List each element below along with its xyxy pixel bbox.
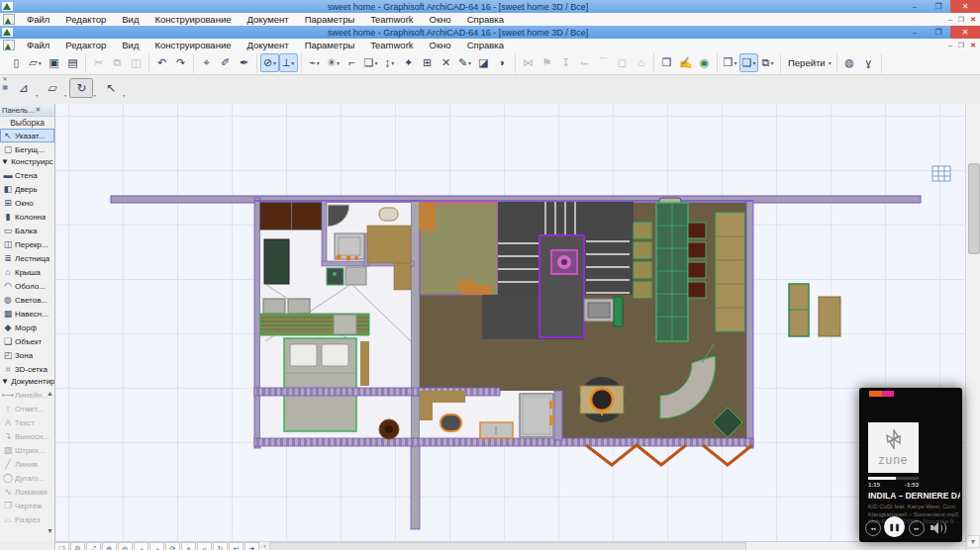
tool-wall[interactable]: ▬Стена	[0, 168, 54, 182]
restore-button[interactable]: ❐	[927, 0, 950, 13]
markup-pen-button[interactable]: ✍	[676, 53, 695, 72]
pause-button[interactable]: ❚❚	[884, 516, 905, 537]
target-camera-button[interactable]: ◉	[695, 53, 714, 72]
snap-points-button[interactable]: ✳▾	[324, 53, 343, 72]
menu-item-8[interactable]: Справка	[459, 40, 512, 50]
pan-view-icon[interactable]: ❏	[54, 542, 69, 550]
tool-zone[interactable]: ◰Зона	[0, 348, 54, 362]
go-to-button[interactable]: Перейти▾	[784, 53, 833, 72]
back-view-icon[interactable]: ↩	[229, 542, 244, 550]
find-select-button[interactable]: ⌖	[197, 53, 216, 72]
trim-elements-button[interactable]: ⋈	[519, 53, 538, 72]
copy-button[interactable]: ⧉	[108, 53, 127, 72]
stretch-button[interactable]: ✦	[399, 53, 418, 72]
menu-item-3[interactable]: Конструирование	[147, 40, 239, 50]
tool-column[interactable]: ▮Колонна	[0, 210, 54, 224]
menu-item-4[interactable]: Документ	[239, 14, 296, 25]
guide-lines-button[interactable]: ⌁▾	[305, 53, 324, 72]
toolbox-close-icon[interactable]: ✕	[35, 106, 52, 114]
navigator-button[interactable]: ❏▾	[739, 53, 758, 72]
publisher-button[interactable]: ◍	[840, 53, 859, 72]
tool-skylight[interactable]: ◍Светов...	[0, 293, 54, 307]
vertical-scrollbar-thumb[interactable]	[968, 163, 980, 254]
menu-item-2[interactable]: Вид	[114, 14, 147, 25]
zoom-box-icon[interactable]: ⧉	[70, 542, 85, 550]
menu-item-8[interactable]: Справка	[459, 14, 512, 25]
print-button[interactable]: ▤	[63, 53, 82, 72]
copy-mode-button[interactable]: ❏▾	[361, 53, 380, 72]
erase-button[interactable]: ✕	[437, 53, 455, 72]
toolbox-scroll-up-icon[interactable]: ▲	[47, 390, 53, 397]
walk-mode-button[interactable]: ɣ	[859, 53, 878, 72]
offset-button[interactable]: ↨▾	[380, 53, 399, 72]
tool-beam[interactable]: ▭Балка	[0, 224, 54, 237]
zoom-out-icon[interactable]: ⊖	[118, 542, 133, 550]
mdi-window-controls[interactable]: –❐✕	[948, 16, 976, 24]
inject-parameters-button[interactable]: ✒	[235, 53, 253, 72]
menu-item-6[interactable]: Teamwork	[362, 40, 421, 50]
hscroll-left-icon[interactable]: ‹	[263, 542, 266, 550]
menu-item-2[interactable]: Вид	[114, 40, 147, 50]
tool-arrow[interactable]: ↖Указат...	[0, 129, 54, 142]
fit-in-window-icon[interactable]: ⤢	[86, 542, 101, 550]
tool-marquee[interactable]: ▢Бегущ...	[0, 142, 54, 156]
organizer-button[interactable]: ⧉▾	[758, 53, 777, 72]
corner-tool-button[interactable]: ⌙	[575, 53, 594, 72]
tool-mesh[interactable]: ⌗3D-сетка	[0, 362, 54, 376]
pens-button[interactable]: ✎▾	[455, 53, 474, 72]
toolbox-titlebar[interactable]: Панель… ✕	[0, 104, 54, 117]
tool-door[interactable]: ◧Дверь	[0, 182, 54, 196]
pop-up-navigator-button[interactable]: ❒▾	[721, 53, 739, 72]
menu-item-0[interactable]: Файл	[19, 40, 57, 50]
restore-button[interactable]: ❐	[927, 26, 950, 39]
menu-item-1[interactable]: Редактор	[57, 40, 114, 50]
walk-view-icon[interactable]: ɣ	[197, 542, 212, 550]
drag-mini-tool-button[interactable]: ▱	[42, 78, 64, 98]
toolbox-scroll-down-icon[interactable]: ▼	[47, 527, 53, 534]
corner-trim-button[interactable]: ⌐	[343, 53, 361, 72]
tool-object[interactable]: ❑Объект	[0, 334, 54, 348]
tool-slab[interactable]: ◫Перекр...	[0, 237, 54, 251]
tool-morph[interactable]: ◆Морф	[0, 321, 54, 334]
progress-bar[interactable]	[868, 477, 919, 480]
box-tool-button[interactable]: ◻	[613, 53, 632, 72]
refresh-view-icon[interactable]: ↻	[213, 542, 228, 550]
grid-snap-icon[interactable]	[931, 165, 951, 182]
close-button[interactable]: ✕	[950, 26, 980, 39]
minimize-button[interactable]: –	[903, 26, 927, 39]
toolbox-section-1[interactable]: ▼ Конструирс	[0, 156, 54, 168]
next-button[interactable]: ▸▸	[909, 520, 925, 536]
mdi-window-controls[interactable]: –❐✕	[948, 42, 976, 49]
tool-level-dimension[interactable]: ↕Отмет...	[0, 402, 54, 415]
undo-button[interactable]: ↶	[152, 53, 171, 72]
tool-text[interactable]: AТекст	[0, 415, 54, 429]
multiply-button[interactable]: ⊞	[418, 53, 437, 72]
menu-item-0[interactable]: Файл	[19, 14, 57, 25]
elevation-button[interactable]: ↧	[556, 53, 575, 72]
menu-item-3[interactable]: Конструирование	[147, 14, 239, 25]
next-zoom-icon[interactable]: ◕	[149, 542, 164, 550]
cut-button[interactable]: ✂	[89, 53, 108, 72]
vertical-scrollbar[interactable]: ▼	[965, 104, 980, 550]
save-button[interactable]: ▣	[45, 53, 63, 72]
tool-curtain-wall[interactable]: ▦Навесн...	[0, 307, 54, 321]
menu-item-7[interactable]: Окно	[422, 40, 459, 50]
align-slab-button[interactable]: ◪	[474, 53, 493, 72]
pick-up-parameters-button[interactable]: ✐	[216, 53, 235, 72]
marquee-mini-tool-button[interactable]: ⊿	[12, 78, 36, 98]
tool-stair[interactable]: ≣Лестница	[0, 251, 54, 265]
adjust-button[interactable]: ⚑	[538, 53, 556, 72]
rotate-view-icon[interactable]: ⟳	[165, 542, 180, 550]
tool-drawing[interactable]: ❐Чертеж	[0, 499, 54, 512]
arrow-mini-tool-button[interactable]: ↖	[99, 78, 123, 98]
paste-button[interactable]: ◫	[127, 53, 146, 72]
playlist-item[interactable]: KiD CuDi feat. Kanye West, Com	[868, 504, 960, 511]
menu-item-4[interactable]: Документ	[239, 40, 296, 50]
menu-item-5[interactable]: Параметры	[297, 40, 363, 50]
tool-line[interactable]: ╱Линия	[0, 457, 54, 471]
forward-view-icon[interactable]: ➜	[245, 542, 259, 550]
orient-view-icon[interactable]: ⌖	[181, 542, 196, 550]
tool-label[interactable]: ↴Выносн...	[0, 429, 54, 443]
tool-polyline[interactable]: ∿Ломаная	[0, 485, 54, 499]
scroll-down-icon[interactable]: ▼	[966, 535, 980, 548]
